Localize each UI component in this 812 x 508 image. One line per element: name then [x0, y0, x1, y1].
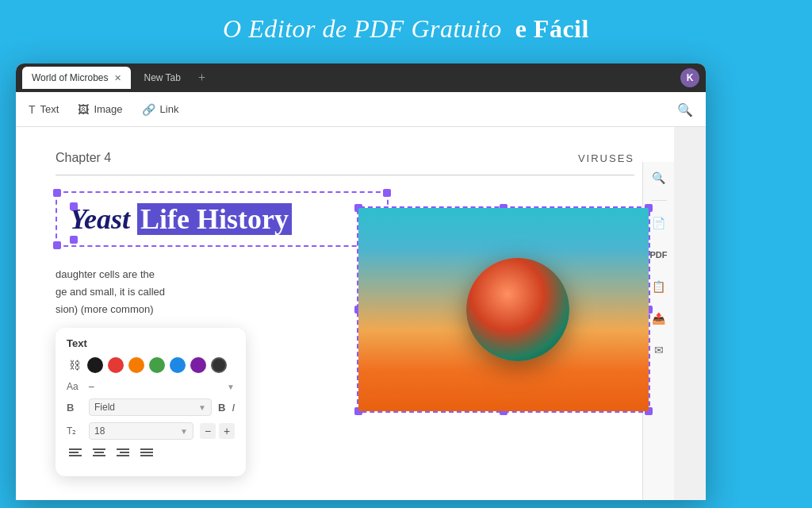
color-row: ⛓ — [67, 357, 235, 373]
tab-close-icon[interactable]: ✕ — [114, 73, 121, 83]
chapter-label: Chapter 4 — [56, 151, 111, 165]
content-area: Chapter 4 VIRUSES Yeast Life History dau… — [16, 127, 674, 500]
field-label: Field — [94, 402, 115, 413]
resize-handle-tl[interactable] — [53, 189, 61, 197]
size-row: T₂ 18 ▼ − + — [67, 422, 235, 440]
image-icon: 🖼 — [78, 103, 89, 116]
align-center-button[interactable] — [90, 446, 108, 460]
field-select[interactable]: Field ▼ — [89, 398, 212, 416]
color-swatch-blue[interactable] — [170, 357, 186, 373]
size-value: 18 — [94, 425, 105, 437]
title-normal: e Fácil — [515, 14, 589, 43]
link-color-icon[interactable]: ⛓ — [67, 357, 82, 373]
image-label: Image — [94, 103, 122, 115]
align-right-button[interactable] — [114, 446, 132, 460]
link-icon: 🔗 — [142, 103, 155, 116]
sphere-ball — [466, 258, 569, 361]
svg-rect-9 — [140, 448, 153, 450]
sidebar-divider-1 — [651, 200, 667, 201]
new-tab-label: New Tab — [144, 72, 180, 83]
font-arrow-icon: ▼ — [227, 383, 235, 391]
sphere-image — [358, 208, 649, 411]
svg-rect-1 — [69, 452, 79, 453]
tab-bar: World of Microbes ✕ New Tab + K — [16, 64, 706, 92]
text-format-panel: Text ⛓ Aa – ▼ B — [56, 328, 246, 476]
align-row — [67, 446, 235, 460]
sidebar-search-icon[interactable]: 🔍 — [649, 168, 668, 187]
color-swatch-orange[interactable] — [128, 357, 144, 373]
size-stepper: − + — [200, 423, 235, 439]
tab-new-tab[interactable]: New Tab — [134, 67, 190, 89]
svg-rect-6 — [117, 448, 129, 450]
page-title: O Editor de PDF Gratuito e Fácil — [0, 0, 812, 55]
color-swatch-purple[interactable] — [190, 357, 206, 373]
size-decrease-button[interactable]: − — [200, 423, 216, 439]
toolbar-image[interactable]: 🖼 Image — [78, 103, 122, 116]
title-highlighted-part: Life History — [137, 203, 292, 235]
editor-toolbar: T Text 🖼 Image 🔗 Link 🔍 — [16, 92, 706, 127]
tab-world-of-microbes[interactable]: World of Microbes ✕ — [22, 67, 131, 89]
sidebar-document-icon[interactable]: 📄 — [649, 214, 668, 233]
title-italic-part: Yeast — [70, 203, 130, 235]
bold-icon[interactable]: B — [218, 402, 225, 414]
text-icon: T — [29, 103, 36, 116]
sidebar-mail-icon[interactable]: ✉ — [649, 341, 668, 360]
svg-rect-4 — [94, 452, 104, 453]
align-left-button[interactable] — [67, 446, 84, 460]
bold-button[interactable]: B — [67, 402, 82, 414]
svg-rect-11 — [140, 455, 153, 456]
browser-window: World of Microbes ✕ New Tab + K T Text 🖼… — [16, 64, 706, 500]
body-line-3: sion) (more common) — [56, 301, 389, 318]
svg-rect-8 — [117, 455, 129, 456]
color-swatch-green[interactable] — [149, 357, 165, 373]
font-dash: – — [89, 381, 94, 392]
text-label: Text — [40, 103, 59, 115]
sidebar-pdf-icon[interactable]: PDF — [649, 245, 668, 264]
sidebar-copy-icon[interactable]: 📋 — [649, 277, 668, 296]
search-icon[interactable]: 🔍 — [677, 102, 693, 117]
size-increase-button[interactable]: + — [219, 423, 235, 439]
text-panel-title: Text — [67, 337, 235, 349]
new-tab-plus-icon[interactable]: + — [198, 71, 205, 85]
toolbar-text[interactable]: T Text — [29, 103, 59, 116]
size-select-arrow-icon: ▼ — [180, 427, 188, 436]
page-header: Chapter 4 VIRUSES — [56, 151, 634, 175]
title-italic: O Editor de PDF Gratuito — [223, 14, 502, 43]
body-line-2: ge and small, it is called — [56, 283, 389, 301]
color-swatch-red[interactable] — [108, 357, 124, 373]
image-selection[interactable] — [357, 206, 650, 413]
size-label: T₂ — [67, 425, 82, 437]
viruses-label: VIRUSES — [578, 152, 634, 164]
svg-rect-5 — [93, 455, 105, 456]
bold-field-row: B Field ▼ B I — [67, 398, 235, 416]
svg-rect-0 — [69, 448, 82, 450]
resize-handle-tr[interactable] — [383, 189, 391, 197]
resize-handle-bl[interactable] — [53, 241, 61, 249]
tab-label: World of Microbes — [32, 72, 108, 83]
italic-button[interactable]: I — [232, 402, 235, 414]
avatar: K — [680, 68, 699, 87]
align-buttons — [67, 446, 155, 460]
svg-rect-7 — [120, 452, 129, 453]
title-text: Yeast Life History — [70, 202, 374, 236]
body-text: daughter cells are the ge and small, it … — [56, 266, 389, 318]
svg-rect-3 — [93, 448, 105, 450]
select-arrow-icon: ▼ — [198, 403, 206, 412]
toolbar-link[interactable]: 🔗 Link — [142, 103, 179, 116]
size-select[interactable]: 18 ▼ — [89, 422, 193, 440]
align-justify-button[interactable] — [138, 446, 155, 460]
font-label: Aa — [67, 381, 82, 392]
svg-rect-10 — [140, 452, 153, 453]
body-line-1: daughter cells are the — [56, 266, 389, 283]
link-label: Link — [160, 103, 179, 115]
selected-text-block[interactable]: Yeast Life History — [56, 191, 389, 247]
svg-rect-2 — [69, 455, 82, 456]
color-swatch-black[interactable] — [87, 357, 103, 373]
font-size-row: Aa – ▼ — [67, 381, 235, 392]
color-swatch-dark[interactable] — [211, 357, 227, 373]
